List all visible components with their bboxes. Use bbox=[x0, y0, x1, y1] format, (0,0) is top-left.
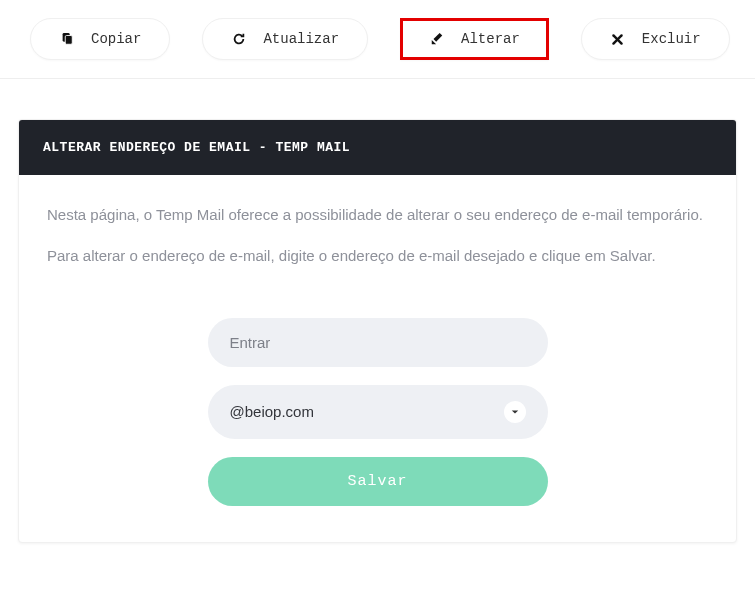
change-button[interactable]: Alterar bbox=[400, 18, 549, 60]
main-container: ALTERAR ENDEREÇO DE EMAIL - TEMP MAIL Ne… bbox=[0, 79, 755, 543]
edit-icon bbox=[429, 31, 445, 47]
toolbar: Copiar Atualizar Alterar Excluir bbox=[0, 0, 755, 79]
refresh-icon bbox=[231, 31, 247, 47]
card: ALTERAR ENDEREÇO DE EMAIL - TEMP MAIL Ne… bbox=[18, 119, 737, 543]
save-button[interactable]: Salvar bbox=[208, 457, 548, 506]
copy-button[interactable]: Copiar bbox=[30, 18, 170, 60]
copy-icon bbox=[59, 31, 75, 47]
svg-rect-1 bbox=[65, 36, 72, 45]
description-1: Nesta página, o Temp Mail oferece a poss… bbox=[47, 203, 708, 226]
delete-label: Excluir bbox=[642, 31, 701, 47]
card-body: Nesta página, o Temp Mail oferece a poss… bbox=[19, 175, 736, 542]
refresh-label: Atualizar bbox=[263, 31, 339, 47]
refresh-button[interactable]: Atualizar bbox=[202, 18, 368, 60]
close-icon bbox=[610, 31, 626, 47]
save-label: Salvar bbox=[347, 473, 407, 490]
description-2: Para alterar o endereço de e-mail, digit… bbox=[47, 244, 708, 267]
change-label: Alterar bbox=[461, 31, 520, 47]
email-input[interactable] bbox=[208, 318, 548, 367]
card-header: ALTERAR ENDEREÇO DE EMAIL - TEMP MAIL bbox=[19, 120, 736, 175]
chevron-down-icon bbox=[504, 401, 526, 423]
domain-selected-label: @beiop.com bbox=[230, 403, 314, 420]
form-area: @beiop.com Salvar bbox=[47, 318, 708, 506]
domain-select[interactable]: @beiop.com bbox=[208, 385, 548, 439]
delete-button[interactable]: Excluir bbox=[581, 18, 730, 60]
copy-label: Copiar bbox=[91, 31, 141, 47]
